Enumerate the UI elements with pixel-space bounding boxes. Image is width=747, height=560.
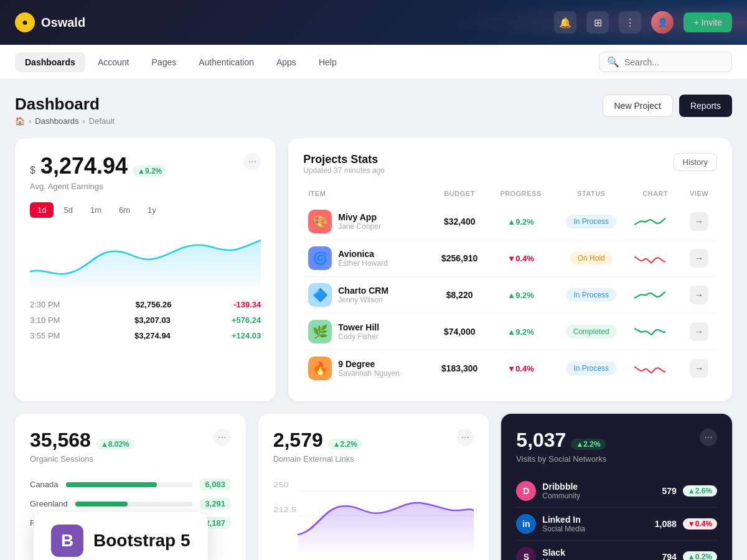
social-rows: D Dribbble Community 579 ▲2.6% in Linked… [516, 475, 717, 560]
nav-apps[interactable]: Apps [266, 52, 306, 72]
project-view: → [681, 350, 717, 387]
social-count: 794 [662, 552, 676, 560]
nav-authentication[interactable]: Authentication [189, 52, 264, 72]
nav-account[interactable]: Account [88, 52, 139, 72]
breadcrumb-default: Default [89, 116, 115, 126]
projects-header: Projects Stats Updated 37 minutes ago Hi… [303, 153, 717, 185]
entry-time-3: 3:55 PM [30, 331, 73, 340]
project-progress: ▲9.2% [489, 314, 553, 350]
table-row: 🌿 Tower Hill Cody Fisher $74,000 ▲9.2% C… [303, 314, 717, 350]
view-button[interactable]: → [690, 249, 708, 268]
project-name: 9 Degree [338, 359, 400, 369]
projects-title: Projects Stats [303, 153, 385, 166]
social-amount-row: 5,037 ▲2.2% [516, 429, 606, 452]
col-view: VIEW [681, 187, 717, 203]
social-row: D Dribbble Community 579 ▲2.6% [516, 475, 717, 508]
social-right: 1,088 ▼0.4% [655, 518, 717, 530]
social-change-badge: ▲2.6% [683, 485, 717, 497]
col-chart: CHART [629, 187, 681, 203]
project-chart [629, 350, 681, 387]
view-button[interactable]: → [690, 322, 708, 341]
header-buttons: New Project Reports [603, 95, 733, 117]
social-platform-icon: D [516, 481, 536, 501]
entry-change-2: +576.24 [232, 315, 261, 325]
social-platform-icon: S [516, 547, 536, 560]
breadcrumb-dashboards[interactable]: Dashboards [35, 116, 78, 126]
col-status: STATUS [553, 187, 629, 203]
domain-badge: ▲2.2% [328, 439, 362, 450]
project-budget: $32,400 [431, 203, 489, 240]
project-status: In Process [553, 277, 629, 314]
share-icon[interactable]: ⋮ [619, 11, 641, 34]
home-icon: 🏠 [15, 116, 25, 126]
domain-more-button[interactable]: ··· [456, 429, 474, 446]
projects-table: ITEM BUDGET PROGRESS STATUS CHART VIEW 🎨… [303, 187, 717, 386]
organic-more-button[interactable]: ··· [214, 429, 231, 446]
social-row: in Linked In Social Media 1,088 ▼0.4% [516, 508, 717, 541]
logo-icon: ● [15, 12, 35, 32]
table-row: 🔷 Charto CRM Jenny Wilson $8,220 ▲9.2% I… [303, 277, 717, 314]
grid-icon[interactable]: ⊞ [586, 11, 609, 34]
organic-header: 35,568 ▲8.02% Organic Sessions ··· [30, 429, 231, 474]
notification-icon[interactable]: 🔔 [554, 11, 576, 34]
filter-1y[interactable]: 1y [140, 202, 164, 218]
nav-help[interactable]: Help [309, 52, 347, 72]
filter-6m[interactable]: 6m [111, 202, 138, 218]
logo-area: ● Oswald [15, 12, 85, 32]
social-right: 794 ▲0.2% [662, 551, 717, 560]
social-subtitle: Visits by Social Networks [516, 454, 606, 464]
entry-change-1: -139.34 [233, 300, 261, 309]
filter-5d[interactable]: 5d [56, 202, 80, 218]
social-more-button[interactable]: ··· [700, 429, 717, 446]
app-name: Oswald [41, 16, 85, 30]
table-row: 🎨 Mivy App Jane Cooper $32,400 ▲9.2% In … [303, 203, 717, 240]
project-chart [629, 277, 681, 314]
domain-chart: 250 212.5 [273, 478, 474, 556]
organic-amount-row: 35,568 ▲8.02% [30, 429, 134, 452]
view-button[interactable]: → [690, 359, 708, 378]
sparkline-chart [30, 228, 261, 290]
page-header: Dashboard 🏠 › Dashboards › Default New P… [15, 95, 732, 126]
project-info: 🎨 Mivy App Jane Cooper [308, 210, 425, 233]
invite-button[interactable]: + Invite [684, 12, 732, 32]
domain-subtitle: Domain External Links [273, 454, 362, 464]
filter-1m[interactable]: 1m [83, 202, 109, 218]
project-view: → [681, 277, 717, 314]
filter-1d[interactable]: 1d [30, 202, 54, 218]
time-entry-2: 3:10 PM $3,207.03 +576.24 [30, 315, 261, 325]
project-info: 🔷 Charto CRM Jenny Wilson [308, 283, 425, 307]
earnings-more-button[interactable]: ··· [243, 153, 261, 170]
social-header: 5,037 ▲2.2% Visits by Social Networks ··… [516, 429, 717, 474]
view-button[interactable]: → [690, 286, 708, 304]
project-icon: 🔷 [308, 283, 332, 307]
top-grid: $ 3,274.94 ▲9.2% Avg. Agent Earnings ···… [15, 138, 732, 401]
nav-pages[interactable]: Pages [142, 52, 187, 72]
reports-button[interactable]: Reports [679, 95, 732, 117]
new-project-button[interactable]: New Project [603, 95, 673, 117]
status-badge: In Process [566, 288, 616, 302]
history-button[interactable]: History [674, 153, 717, 171]
view-button[interactable]: → [690, 212, 708, 231]
time-entry-1: 2:30 PM $2,756.26 -139.34 [30, 300, 261, 309]
entry-amount-2: $3,207.03 [134, 315, 171, 325]
social-badge: ▲2.2% [571, 439, 605, 450]
earnings-header: $ 3,274.94 ▲9.2% Avg. Agent Earnings ··· [30, 153, 261, 201]
page-content: Dashboard 🏠 › Dashboards › Default New P… [0, 80, 747, 560]
project-view: → [681, 203, 717, 240]
social-count: 1,088 [655, 519, 677, 529]
social-platform-icon: in [516, 514, 536, 534]
project-budget: $74,000 [431, 314, 489, 350]
earnings-subtitle: Avg. Agent Earnings [30, 182, 167, 191]
project-name: Mivy App [338, 212, 381, 222]
avatar[interactable]: 👤 [651, 11, 674, 34]
subnav: Dashboards Account Pages Authentication … [0, 45, 747, 80]
projects-updated: Updated 37 minutes ago [303, 166, 385, 175]
search-input[interactable] [624, 57, 724, 67]
project-budget: $8,220 [431, 277, 489, 314]
nav-dashboards[interactable]: Dashboards [15, 52, 85, 72]
earnings-card: $ 3,274.94 ▲9.2% Avg. Agent Earnings ···… [15, 138, 276, 401]
project-person: Jenny Wilson [338, 296, 388, 304]
social-platform-name: Linked In [542, 515, 585, 525]
project-status: In Process [553, 350, 629, 387]
project-info: 🔥 9 Degree Savannah Nguyen [308, 357, 425, 380]
